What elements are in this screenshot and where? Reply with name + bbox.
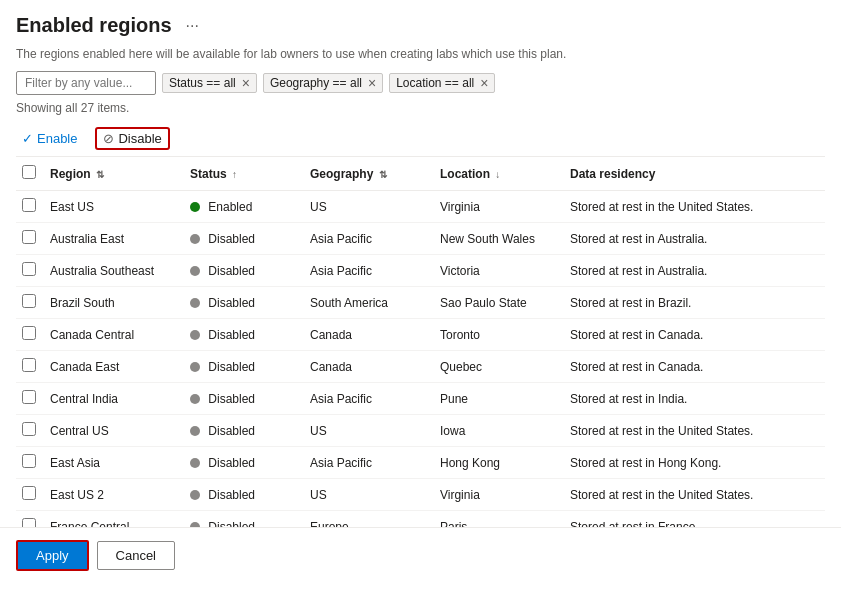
status-text-0: Enabled xyxy=(208,200,252,214)
select-all-checkbox[interactable] xyxy=(22,165,36,179)
cancel-button[interactable]: Cancel xyxy=(97,541,175,570)
cell-residency-1: Stored at rest in Australia. xyxy=(564,223,825,255)
cell-status-4: Disabled xyxy=(184,319,304,351)
cell-region-2: Australia Southeast xyxy=(44,255,184,287)
cell-location-0: Virginia xyxy=(434,191,564,223)
row-checkbox-8[interactable] xyxy=(22,454,36,468)
col-header-geography: Geography ⇅ xyxy=(304,157,434,191)
table-row: East US Enabled US Virginia Stored at re… xyxy=(16,191,825,223)
cell-geography-5: Canada xyxy=(304,351,434,383)
disable-button[interactable]: ⊘ Disable xyxy=(95,127,169,150)
cell-status-2: Disabled xyxy=(184,255,304,287)
sort-icon-status[interactable]: ↑ xyxy=(232,169,237,180)
status-text-6: Disabled xyxy=(208,392,255,406)
row-checkbox-2[interactable] xyxy=(22,262,36,276)
cell-status-8: Disabled xyxy=(184,447,304,479)
status-text-5: Disabled xyxy=(208,360,255,374)
status-text-10: Disabled xyxy=(208,520,255,527)
filter-input[interactable] xyxy=(16,71,156,95)
row-checkbox-1[interactable] xyxy=(22,230,36,244)
status-dot-8 xyxy=(190,458,200,468)
table-row: East Asia Disabled Asia Pacific Hong Kon… xyxy=(16,447,825,479)
cell-location-3: Sao Paulo State xyxy=(434,287,564,319)
cell-region-5: Canada East xyxy=(44,351,184,383)
ellipsis-menu-button[interactable]: ··· xyxy=(180,15,205,37)
row-checkbox-7[interactable] xyxy=(22,422,36,436)
status-dot-9 xyxy=(190,490,200,500)
col-header-status: Status ↑ xyxy=(184,157,304,191)
cell-status-7: Disabled xyxy=(184,415,304,447)
regions-table-container: Region ⇅ Status ↑ Geography ⇅ Location ↓… xyxy=(16,157,825,527)
status-dot-3 xyxy=(190,298,200,308)
filter-tag-geography-label: Geography == all xyxy=(270,76,362,90)
check-icon: ✓ xyxy=(22,131,33,146)
cell-residency-2: Stored at rest in Australia. xyxy=(564,255,825,287)
table-row: East US 2 Disabled US Virginia Stored at… xyxy=(16,479,825,511)
filter-bar: Status == all × Geography == all × Locat… xyxy=(16,71,825,95)
sort-icon-location[interactable]: ↓ xyxy=(495,169,500,180)
sort-icon-region[interactable]: ⇅ xyxy=(96,169,104,180)
status-dot-7 xyxy=(190,426,200,436)
regions-table: Region ⇅ Status ↑ Geography ⇅ Location ↓… xyxy=(16,157,825,527)
cell-location-6: Pune xyxy=(434,383,564,415)
status-dot-1 xyxy=(190,234,200,244)
cell-region-0: East US xyxy=(44,191,184,223)
disable-label: Disable xyxy=(118,131,161,146)
cell-location-7: Iowa xyxy=(434,415,564,447)
cell-residency-9: Stored at rest in the United States. xyxy=(564,479,825,511)
filter-tag-geography-remove[interactable]: × xyxy=(366,76,376,90)
row-checkbox-4[interactable] xyxy=(22,326,36,340)
status-text-2: Disabled xyxy=(208,264,255,278)
row-checkbox-9[interactable] xyxy=(22,486,36,500)
filter-tag-location-label: Location == all xyxy=(396,76,474,90)
col-header-region: Region ⇅ xyxy=(44,157,184,191)
cell-region-3: Brazil South xyxy=(44,287,184,319)
cell-region-10: France Central xyxy=(44,511,184,528)
status-text-4: Disabled xyxy=(208,328,255,342)
filter-tag-status-label: Status == all xyxy=(169,76,236,90)
enable-button[interactable]: ✓ Enable xyxy=(16,127,83,150)
cell-location-10: Paris xyxy=(434,511,564,528)
col-header-residency: Data residency xyxy=(564,157,825,191)
cell-location-2: Victoria xyxy=(434,255,564,287)
footer: Apply Cancel xyxy=(0,527,841,583)
cell-region-9: East US 2 xyxy=(44,479,184,511)
cell-location-1: New South Wales xyxy=(434,223,564,255)
sort-icon-geography[interactable]: ⇅ xyxy=(379,169,387,180)
cell-status-6: Disabled xyxy=(184,383,304,415)
cell-residency-0: Stored at rest in the United States. xyxy=(564,191,825,223)
filter-tag-status-remove[interactable]: × xyxy=(240,76,250,90)
status-text-8: Disabled xyxy=(208,456,255,470)
row-checkbox-5[interactable] xyxy=(22,358,36,372)
col-header-location: Location ↓ xyxy=(434,157,564,191)
cell-location-8: Hong Kong xyxy=(434,447,564,479)
page-description: The regions enabled here will be availab… xyxy=(16,47,825,61)
enable-label: Enable xyxy=(37,131,77,146)
apply-button[interactable]: Apply xyxy=(16,540,89,571)
table-row: Canada Central Disabled Canada Toronto S… xyxy=(16,319,825,351)
cell-geography-0: US xyxy=(304,191,434,223)
cell-residency-10: Stored at rest in France. xyxy=(564,511,825,528)
cell-location-5: Quebec xyxy=(434,351,564,383)
row-checkbox-6[interactable] xyxy=(22,390,36,404)
table-row: France Central Disabled Europe Paris Sto… xyxy=(16,511,825,528)
cell-residency-6: Stored at rest in India. xyxy=(564,383,825,415)
cell-residency-7: Stored at rest in the United States. xyxy=(564,415,825,447)
cell-status-3: Disabled xyxy=(184,287,304,319)
row-checkbox-10[interactable] xyxy=(22,518,36,527)
cell-geography-4: Canada xyxy=(304,319,434,351)
cell-location-4: Toronto xyxy=(434,319,564,351)
cell-status-9: Disabled xyxy=(184,479,304,511)
page-title: Enabled regions xyxy=(16,14,172,37)
cell-region-4: Canada Central xyxy=(44,319,184,351)
filter-tag-status: Status == all × xyxy=(162,73,257,93)
status-dot-5 xyxy=(190,362,200,372)
status-text-9: Disabled xyxy=(208,488,255,502)
cell-region-1: Australia East xyxy=(44,223,184,255)
status-text-3: Disabled xyxy=(208,296,255,310)
table-row: Brazil South Disabled South America Sao … xyxy=(16,287,825,319)
filter-tag-location-remove[interactable]: × xyxy=(478,76,488,90)
row-checkbox-3[interactable] xyxy=(22,294,36,308)
table-row: Australia East Disabled Asia Pacific New… xyxy=(16,223,825,255)
row-checkbox-0[interactable] xyxy=(22,198,36,212)
